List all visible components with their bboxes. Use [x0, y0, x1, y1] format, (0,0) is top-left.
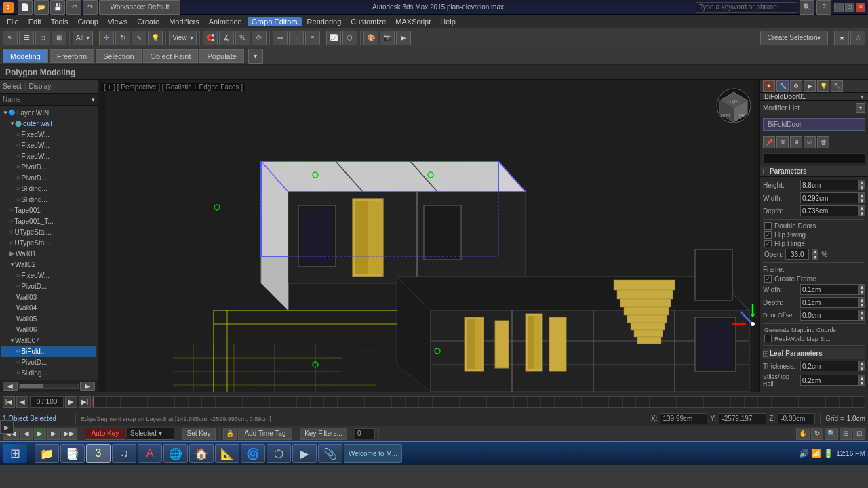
modifier-list-arrow[interactable]: ▾: [856, 103, 865, 113]
close-btn[interactable]: ✕: [856, 3, 865, 12]
thickness-value[interactable]: 0.2cm: [800, 361, 859, 371]
auto-key-btn[interactable]: Auto Key: [85, 428, 125, 440]
panel-create-tab[interactable]: ✦: [763, 80, 775, 92]
list-item[interactable]: ○ Sliding...: [1, 194, 96, 205]
menu-views[interactable]: Views: [104, 17, 132, 26]
scroll-track[interactable]: [19, 384, 79, 389]
workspace-dropdown[interactable]: Workspace: Default: [99, 0, 180, 15]
list-item[interactable]: ▼ ⬤ outer wall: [1, 118, 96, 129]
layer-btn[interactable]: ≡: [305, 30, 320, 45]
real-world-checkbox[interactable]: [764, 335, 772, 342]
panel-display-tab[interactable]: 💡: [817, 80, 829, 92]
viewport-3d[interactable]: [ + ] [ Perspective ] [ Realistic + Edge…: [98, 80, 760, 392]
list-item[interactable]: ○ UTypeStai...: [1, 226, 96, 237]
select-move-btn[interactable]: ✛: [99, 30, 114, 45]
list-item[interactable]: ○ Tape001: [1, 205, 96, 216]
mirror-btn[interactable]: ⇔: [273, 30, 288, 45]
stiles-value[interactable]: 0.2cm: [800, 375, 859, 386]
double-doors-checkbox[interactable]: [764, 222, 772, 230]
select-rotate-btn[interactable]: ↻: [115, 30, 130, 45]
maximize-btn[interactable]: □: [845, 3, 854, 12]
menu-graph-editors[interactable]: Graph Editors: [248, 17, 302, 26]
select-by-name-btn[interactable]: ☰: [19, 30, 34, 45]
render-setup-btn[interactable]: 📷: [380, 30, 395, 45]
list-item[interactable]: ○ FixedW...: [1, 270, 96, 281]
depth-value[interactable]: 0.738cm: [800, 205, 859, 216]
list-item[interactable]: ○ PivotD...: [1, 357, 96, 367]
open-file-btn[interactable]: 📂: [34, 0, 49, 15]
params-collapse-btn[interactable]: −: [763, 169, 768, 174]
tab-freeform[interactable]: Freeform: [50, 49, 95, 63]
list-item[interactable]: ○ Sliding...: [1, 183, 96, 194]
create-selection-btn[interactable]: Create Selection▾: [760, 30, 828, 45]
door-offset-value[interactable]: 0.0cm: [800, 310, 859, 321]
minimize-btn[interactable]: ─: [834, 3, 844, 12]
list-item[interactable]: ○ PivotD...: [1, 172, 96, 183]
menu-maxscript[interactable]: MAXScript: [391, 17, 435, 26]
nav-maximize-btn[interactable]: ⊡: [853, 428, 865, 440]
open-dec-btn[interactable]: ▼: [812, 254, 818, 260]
next-frame-btn[interactable]: ▶: [47, 428, 60, 440]
width-dec-btn[interactable]: ▼: [859, 198, 865, 203]
lock-btn[interactable]: 🔒: [223, 428, 237, 440]
panel-motion-tab[interactable]: ▶: [804, 80, 816, 92]
tl-nav-left-btn[interactable]: |◀: [3, 396, 15, 408]
angle-snap-btn[interactable]: ∡: [219, 30, 234, 45]
taskbar-explorer[interactable]: 📁: [35, 444, 59, 463]
list-item[interactable]: ○ UTypeStai...: [1, 237, 96, 248]
modifier-delete-btn[interactable]: 🗑: [817, 136, 829, 148]
material-editor-btn[interactable]: 🎨: [363, 30, 378, 45]
menu-create[interactable]: Create: [133, 17, 163, 26]
percent-snap-btn[interactable]: %: [235, 30, 250, 45]
undo-btn[interactable]: ↶: [66, 0, 81, 15]
tray-icon2[interactable]: 📶: [811, 449, 821, 458]
leaf-params-collapse-btn[interactable]: −: [763, 351, 768, 357]
scene-display-btn[interactable]: Display: [28, 83, 51, 90]
play-forward-btn[interactable]: ▶▶: [61, 428, 77, 440]
list-item[interactable]: ▶ Wall01: [1, 248, 96, 259]
scroll-left-btn[interactable]: ◀: [3, 382, 18, 391]
search-input[interactable]: [696, 2, 797, 13]
taskbar-home[interactable]: 🏠: [189, 444, 214, 463]
tl-step-left-btn[interactable]: ◀: [16, 396, 28, 408]
spinner-snap-btn[interactable]: ⟳: [252, 30, 267, 45]
stiles-dec-btn[interactable]: ▼: [859, 380, 865, 386]
render-btn[interactable]: ▶: [396, 30, 411, 45]
list-item[interactable]: Wall03: [1, 291, 96, 302]
tl-step-right-btn[interactable]: ▶: [65, 396, 77, 408]
menu-customize[interactable]: Customize: [347, 17, 390, 26]
welcome-popup[interactable]: Welcome to M...: [344, 444, 402, 463]
tab-populate[interactable]: Populate: [199, 49, 243, 63]
list-item[interactable]: ○ PivotD...: [1, 161, 96, 172]
frame-width-dec-btn[interactable]: ▼: [859, 289, 865, 295]
list-item[interactable]: ▼ Wall007: [1, 335, 96, 346]
view-dropdown[interactable]: View ▾: [169, 30, 197, 45]
tab-modeling[interactable]: Modeling: [3, 49, 48, 63]
bifold-modifier[interactable]: BiFoldDoor: [763, 118, 865, 131]
start-button[interactable]: ⊞: [3, 444, 27, 463]
z-input[interactable]: [778, 413, 815, 424]
frame-width-value[interactable]: 0.1cm: [800, 284, 859, 295]
menu-group[interactable]: Group: [73, 17, 102, 26]
snap-toggle-btn[interactable]: 🧲: [203, 30, 218, 45]
tab-object-paint[interactable]: Object Paint: [143, 49, 199, 63]
create-frame-checkbox[interactable]: [764, 275, 772, 283]
object-expand-btn[interactable]: ▾: [861, 93, 864, 100]
menu-animation[interactable]: Animation: [205, 17, 246, 26]
add-time-tag-btn[interactable]: Add Time Tag: [238, 428, 292, 440]
menu-rendering[interactable]: Rendering: [303, 17, 346, 26]
thickness-dec-btn[interactable]: ▼: [859, 366, 865, 371]
width-value[interactable]: 0.292cm: [800, 192, 859, 203]
frame-input[interactable]: [355, 428, 375, 439]
select-scale-btn[interactable]: ⤡: [132, 30, 146, 45]
populate-options-btn[interactable]: ▾: [248, 49, 263, 64]
nav-orbit-btn[interactable]: ↻: [811, 428, 823, 440]
door-offset-dec-btn[interactable]: ▼: [859, 315, 865, 321]
list-item[interactable]: ○ Sliding...: [1, 367, 96, 378]
play-btn[interactable]: ▶: [34, 428, 46, 440]
list-item[interactable]: Wall04: [1, 302, 96, 313]
new-file-btn[interactable]: 📄: [18, 0, 33, 15]
align-btn[interactable]: ↕: [289, 30, 304, 45]
taskbar-clock[interactable]: 12:16 PM: [836, 450, 865, 458]
modifier-show-btn[interactable]: 👁: [776, 136, 789, 148]
